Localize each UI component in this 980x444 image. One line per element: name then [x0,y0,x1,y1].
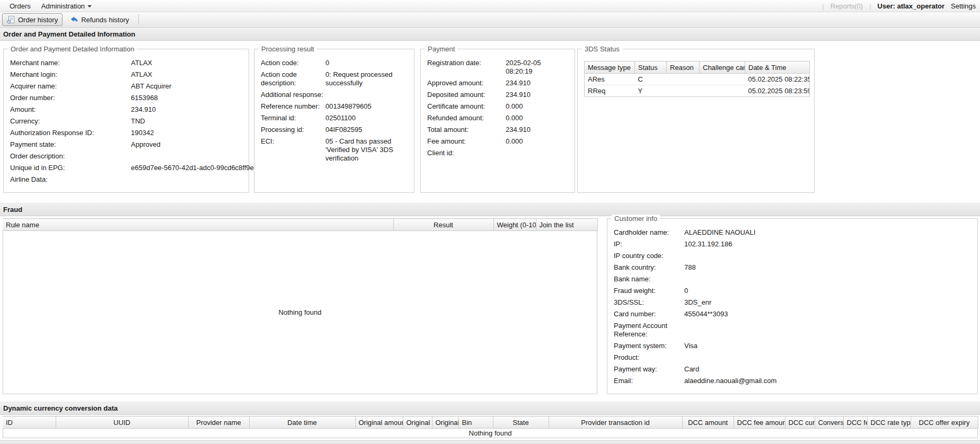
field-value: ABT Acquirer [131,82,243,91]
dcc-table: IDUUIDProvider nameDate timeOriginal amo… [3,416,978,438]
field-label: Total amount: [427,126,506,134]
dcc-empty-text: Nothing found [469,429,512,437]
field-label: Email: [614,377,684,385]
field-label: Action code: [261,59,325,67]
field-row: IP: 102.31.192.186 [614,240,972,248]
field-value: 234.910 [506,91,569,99]
field-row: Approved amount: 234.910 [427,79,569,87]
field-row: Certificate amount: 0.000 [427,102,569,111]
field-row: Fraud weight: 0 [614,287,972,295]
tab-refunds-history[interactable]: Refunds history [66,14,133,25]
field-label: Processing id: [261,126,325,134]
field-label: Registration date: [427,59,506,76]
field-value: 0.000 [506,102,569,111]
table-row: ARes C 05.02.2025 08:22:35 [585,74,810,85]
field-row: Currency: TND [10,117,243,126]
field-row: IP country code: [614,252,972,260]
panel-customer-info: Customer info Cardholder name: ALAEDDINE… [607,218,978,394]
field-label: Fraud weight: [614,287,684,295]
field-label: Payment way: [614,365,684,374]
field-label: 3DS/SSL: [614,298,684,307]
section-header-dcc: Dynamic currency conversion data [0,402,980,415]
field-label: Terminal id: [261,114,325,122]
field-label: Reference number: [261,102,325,111]
section-header-fraud: Fraud [0,203,980,216]
panel-payment: Payment Registration date: 2025-02-05 08… [420,49,575,193]
section-header-order-info-label: Order and Payment Detailed Information [3,30,135,38]
field-row: Unique id in EPG: e659d7ee-5670-42d1-adc… [10,164,243,172]
dcc-empty-area: Nothing found [3,429,978,438]
column-header: Original f [403,416,432,429]
field-row: ECI: 05 - Card has passed 'Verified by V… [261,137,409,163]
menu-item-administration[interactable]: Administration [36,2,97,10]
column-header: Date time [249,416,355,429]
field-value: 102.31.192.186 [684,240,972,248]
reports-link[interactable]: Reports(0) [831,2,863,10]
toolbar: Order history Refunds history [0,12,980,28]
panel-customer-legend: Customer info [612,215,660,223]
panel-order-info: Order and Payment Detailed Information M… [3,49,249,193]
table-cell [667,85,700,97]
section-header-order-info: Order and Payment Detailed Information [0,28,980,41]
tab-order-history[interactable]: Order history [2,13,63,26]
field-value: ALAEDDINE NAOUALI [684,228,972,237]
field-value: ATLAX [131,59,243,67]
field-row: Payment state: Approved [10,140,243,149]
column-header: Conversi [815,416,843,429]
field-label: Amount: [10,105,131,114]
tab-order-history-label: Order history [18,16,58,24]
panel-processing-result: Processing result Action code: 0 Action … [254,49,414,193]
refunds-icon [70,15,78,24]
column-header: Weight (0-100) [493,219,536,231]
field-label: Merchant name: [10,59,131,67]
field-row: Additional response: [261,91,409,99]
field-value [506,149,569,157]
field-label: Cardholder name: [614,228,684,237]
settings-link[interactable]: Settings [951,2,976,10]
table-row: RReq Y 05.02.2025 08:23:59 [585,85,810,97]
field-label: Payment system: [614,342,684,350]
field-value: e659d7ee-5670-42d1-adc0-99cd6c8ff9eb [131,164,258,172]
field-label: Client id: [427,149,506,157]
field-value [131,175,243,184]
column-header: DCC curr [785,416,815,429]
menu-orders-label: Orders [10,2,31,10]
field-value: ATLAX [131,70,243,79]
fraud-header-row: Rule nameResultWeight (0-100)Join the li… [3,219,597,231]
field-row: Terminal id: 02501100 [261,114,409,122]
field-value [684,322,972,339]
field-label: ECI: [261,137,325,163]
field-row: Email: alaeddine.naouali@gmail.com [614,377,972,385]
column-header: Provider transaction id [549,416,682,429]
field-label: Additional response: [261,91,325,99]
field-label: Product: [614,353,684,362]
column-header: DCC fee amount [734,416,785,429]
column-header: Join the list [536,219,597,231]
field-label: Order number: [10,94,131,102]
field-row: Order number: 6153968 [10,94,243,102]
field-row: Product: [614,353,972,362]
field-row: Action code: 0 [261,59,409,67]
menu-item-orders[interactable]: Orders [4,2,36,10]
field-label: Merchant login: [10,70,131,79]
table-cell [700,85,745,97]
panel-processing-legend: Processing result [259,45,317,53]
field-row: Payment Account Reference: [614,322,972,339]
menubar: Orders Administration | Reports(0) | Use… [0,0,980,12]
column-header: UUID [56,416,188,429]
table-cell [700,74,745,85]
dcc-header-row: IDUUIDProvider nameDate timeOriginal amo… [3,416,978,429]
field-value: 05 - Card has passed 'Verified by VISA' … [325,137,413,163]
field-row: Deposited amount: 234.910 [427,91,569,99]
field-row: Payment way: Card [614,365,972,374]
field-value: 0 [684,287,972,295]
field-label: Bank country: [614,263,684,272]
table-cell [667,74,700,85]
field-label: Card number: [614,310,684,318]
fraud-empty-area: Nothing found [3,231,597,394]
field-value: 0: Request processed successfully [325,70,413,87]
panel-payment-legend: Payment [425,45,457,53]
3ds-header-row: Message typeStatusReasonChallenge cancel… [585,61,810,74]
field-label: Deposited amount: [427,91,506,99]
field-label: Certificate amount: [427,102,506,111]
